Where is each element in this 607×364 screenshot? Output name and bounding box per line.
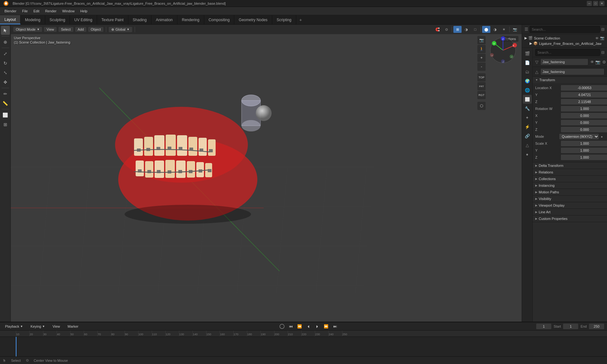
modifier-props-icon[interactable]: 🔧: [523, 104, 532, 113]
cursor-tool-button[interactable]: ⊕: [1, 38, 10, 46]
rotation-y-input[interactable]: [561, 119, 607, 126]
add-cube-button[interactable]: ⬜: [1, 111, 10, 119]
transform-tool-button[interactable]: ✥: [1, 78, 10, 87]
camera-view-button[interactable]: 📷: [477, 36, 486, 44]
viewport-3d[interactable]: Object Mode ▼ View Select Add Object ⊕ G…: [11, 25, 522, 322]
transform-section-header[interactable]: ▼ Transform: [533, 77, 607, 83]
rendered-shading-button[interactable]: ☀: [500, 26, 508, 33]
tab-sculpting[interactable]: Sculpting: [45, 15, 70, 24]
tab-shading[interactable]: Shading: [128, 15, 151, 24]
local-view-button[interactable]: ⬡: [477, 102, 486, 110]
xray-toggle-button[interactable]: □: [471, 26, 479, 33]
delta-transform-header[interactable]: ▶ Delta Transform: [533, 162, 607, 169]
tab-scripting[interactable]: Scripting: [272, 15, 296, 24]
object-mode-dropdown[interactable]: Object Mode ▼: [13, 27, 42, 32]
menu-help[interactable]: Help: [78, 9, 90, 14]
transform-global-dropdown[interactable]: ⊕ Global ▼: [109, 27, 132, 32]
jump-end-button[interactable]: ⏭: [332, 323, 339, 330]
menu-window[interactable]: Window: [60, 9, 77, 14]
object-menu[interactable]: Object: [88, 27, 103, 32]
frame-start-input[interactable]: [563, 323, 579, 330]
rotation-z-input[interactable]: [561, 126, 607, 133]
rotation-x-input[interactable]: [561, 112, 607, 119]
filter-icon[interactable]: ⊟: [601, 27, 604, 32]
line-art-header[interactable]: ▶ Line Art: [533, 209, 607, 215]
scale-x-input[interactable]: [561, 140, 607, 147]
scale-z-input[interactable]: [561, 154, 607, 161]
output-props-icon[interactable]: 📄: [523, 58, 532, 67]
menu-blender[interactable]: Blender: [2, 9, 19, 14]
view-menu-timeline[interactable]: View: [50, 324, 63, 329]
tab-compositing[interactable]: Compositing: [204, 15, 235, 24]
jump-forward-button[interactable]: ⏩: [323, 323, 330, 330]
rotation-w-input[interactable]: [561, 106, 607, 112]
location-z-input[interactable]: [561, 99, 607, 105]
viewport-scene[interactable]: X Y Z -X -Y -Z: [11, 25, 522, 322]
scale-tool-button[interactable]: ⤡: [1, 68, 10, 77]
location-x-input[interactable]: [561, 85, 607, 91]
object-props-icon[interactable]: ⬜: [523, 95, 532, 104]
props-search-input[interactable]: [535, 49, 600, 56]
jump-back-button[interactable]: ⏪: [296, 323, 303, 330]
add-workspace-button[interactable]: +: [296, 15, 305, 24]
frame-end-input[interactable]: [589, 323, 604, 330]
visibility-icon[interactable]: 👁: [595, 36, 599, 40]
maximize-button[interactable]: □: [593, 1, 598, 6]
annotate-tool-button[interactable]: ✏: [1, 89, 10, 98]
playback-menu[interactable]: Playback ▼: [3, 324, 26, 329]
scale-y-input[interactable]: [561, 147, 607, 154]
play-circle-indicator[interactable]: [279, 323, 285, 330]
physics-props-icon[interactable]: ⚡: [523, 122, 532, 131]
proportional-editing-button[interactable]: ⊙: [442, 26, 451, 33]
play-back-button[interactable]: ⏴: [305, 323, 312, 330]
tab-geometry-nodes[interactable]: Geometry Nodes: [234, 15, 272, 24]
show-gizmos-button[interactable]: ⊞: [453, 26, 462, 33]
menu-edit[interactable]: Edit: [31, 9, 42, 14]
timeline-tracks[interactable]: [0, 337, 607, 356]
view-front-button[interactable]: FRT: [477, 82, 486, 90]
rotate-tool-button[interactable]: ↻: [1, 59, 10, 68]
object-data-name-input[interactable]: [540, 68, 604, 75]
relations-header[interactable]: ▶ Relations: [533, 169, 607, 175]
rotation-mode-select[interactable]: Quaternion (WXYZ) Euler XYZ Axis Angle: [559, 133, 599, 140]
tab-animation[interactable]: Animation: [151, 15, 177, 24]
zoom-out-button[interactable]: -: [477, 63, 486, 71]
jump-start-button[interactable]: ⏮: [287, 323, 294, 330]
scene-collection-header[interactable]: ▶ 🎬 Scene Collection 👁 📷: [524, 35, 604, 41]
select-menu[interactable]: Select: [58, 27, 73, 32]
custom-properties-header[interactable]: ▶ Custom Properties: [533, 215, 607, 222]
solid-shading-button[interactable]: ⬤: [482, 26, 490, 33]
viewport-display-header[interactable]: ▶ Viewport Display: [533, 202, 607, 209]
props-filter-icon[interactable]: ⊟: [601, 50, 604, 55]
close-button[interactable]: ✕: [599, 1, 604, 6]
overlay-toggle-button[interactable]: ◑: [462, 26, 470, 33]
settings-icon[interactable]: ⚙: [602, 60, 606, 64]
play-forward-button[interactable]: ⏵: [314, 323, 321, 330]
constraints-props-icon[interactable]: 🔗: [523, 131, 532, 140]
render-props-icon[interactable]: 🎬: [523, 49, 532, 58]
location-y-input[interactable]: [561, 92, 607, 98]
view-layer-props-icon[interactable]: 🗂: [523, 67, 532, 76]
material-shading-button[interactable]: ◑: [491, 26, 499, 33]
move-tool-button[interactable]: ⤢: [1, 49, 10, 58]
tab-texture-paint[interactable]: Texture Paint: [97, 15, 128, 24]
measure-tool-button[interactable]: 📏: [1, 99, 10, 108]
menu-render[interactable]: Render: [43, 9, 59, 14]
visibility-header[interactable]: ▶ Visibility: [533, 196, 607, 202]
minimize-button[interactable]: ─: [587, 1, 592, 6]
hide-in-viewport-icon[interactable]: 👁: [590, 60, 594, 64]
tab-layout[interactable]: Layout: [0, 15, 21, 24]
tab-uv-editing[interactable]: UV Editing: [70, 15, 97, 24]
view-right-button[interactable]: RGT: [477, 91, 486, 99]
select-tool-button[interactable]: [1, 26, 10, 35]
material-props-icon[interactable]: ●: [523, 150, 532, 159]
window-controls[interactable]: ─ □ ✕: [587, 1, 604, 6]
walkthrough-button[interactable]: 🚶: [477, 45, 486, 53]
motion-paths-header[interactable]: ▶ Motion Paths: [533, 189, 607, 195]
view-menu[interactable]: View: [44, 27, 57, 32]
tab-modeling[interactable]: Modeling: [21, 15, 45, 24]
hide-in-render-icon[interactable]: 📷: [595, 60, 600, 64]
navigation-gizmo[interactable]: X Y Z -X -Y -Z: [489, 36, 517, 64]
keying-menu[interactable]: Keying ▼: [28, 324, 48, 329]
outliner-item-jaw[interactable]: ▶ 📦 Ligature_Free_Braces_on_Artificial_J…: [524, 41, 604, 46]
